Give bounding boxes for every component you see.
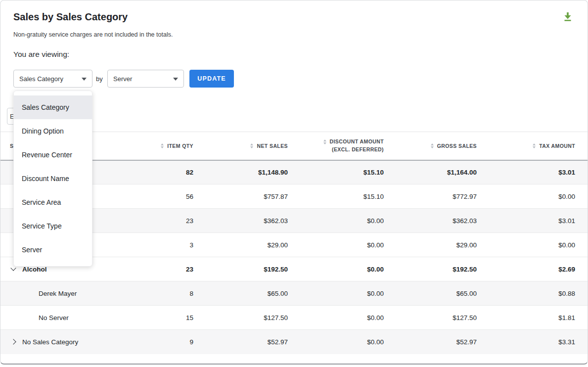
column-header-tax-amount[interactable]: TAX AMOUNT bbox=[477, 132, 588, 160]
cell-gross-sales: $772.97 bbox=[384, 184, 477, 209]
cell-gross-sales: $362.03 bbox=[384, 209, 477, 233]
cell-discount: $0.00 bbox=[288, 281, 384, 306]
cell-tax: $3.01 bbox=[477, 209, 588, 233]
cell-tax: $0.00 bbox=[477, 184, 588, 209]
cell-discount: $0.00 bbox=[288, 209, 384, 233]
cell-net-sales: $29.00 bbox=[193, 233, 288, 257]
cell-tax: $3.01 bbox=[477, 160, 588, 184]
dropdown-option-revenue-center[interactable]: Revenue Center bbox=[14, 143, 92, 167]
primary-dimension-dropdown-menu: Sales Category Dining Option Revenue Cen… bbox=[13, 91, 92, 267]
cell-tax: $2.69 bbox=[477, 257, 588, 281]
sort-icon bbox=[161, 143, 164, 148]
cell-net-sales: $362.03 bbox=[193, 209, 288, 233]
column-header-item-qty[interactable]: ITEM QTY bbox=[109, 132, 193, 160]
chevron-down-icon bbox=[82, 78, 87, 81]
cell-item-qty: 9 bbox=[109, 330, 193, 354]
cell-tax: $3.31 bbox=[477, 330, 588, 354]
cell-discount: $15.10 bbox=[288, 160, 384, 184]
row-label: Derek Mayer bbox=[39, 290, 77, 297]
cell-item-qty: 15 bbox=[109, 306, 193, 330]
table-row: No Server 15 $127.50 $0.00 $127.50 $1.81 bbox=[0, 306, 588, 330]
cell-discount: $15.10 bbox=[288, 184, 384, 209]
cell-gross-sales: $65.00 bbox=[384, 281, 477, 306]
cell-net-sales: $1,148.90 bbox=[193, 160, 288, 184]
viewing-label: You are viewing: bbox=[13, 50, 69, 59]
column-header-net-sales[interactable]: NET SALES bbox=[193, 132, 288, 160]
cell-discount: $0.00 bbox=[288, 330, 384, 354]
sort-icon bbox=[533, 143, 536, 148]
sort-icon bbox=[431, 143, 434, 148]
secondary-dimension-select[interactable]: Server bbox=[107, 70, 184, 88]
sort-icon bbox=[323, 139, 326, 144]
cell-item-qty: 3 bbox=[109, 233, 193, 257]
cell-item-qty: 56 bbox=[109, 184, 193, 209]
dropdown-option-discount-name[interactable]: Discount Name bbox=[14, 167, 92, 190]
cell-gross-sales: $52.97 bbox=[384, 330, 477, 354]
by-label: by bbox=[96, 75, 103, 83]
cell-tax: $0.88 bbox=[477, 281, 588, 306]
primary-dimension-select[interactable]: Sales Category bbox=[13, 70, 92, 88]
sort-icon bbox=[250, 143, 253, 148]
dropdown-option-service-area[interactable]: Service Area bbox=[14, 190, 92, 214]
row-label: No Sales Category bbox=[22, 338, 78, 346]
dropdown-option-dining-option[interactable]: Dining Option bbox=[14, 119, 92, 143]
cell-net-sales: $52.97 bbox=[193, 330, 288, 354]
column-header-discount-amount[interactable]: DISCOUNT AMOUNT(EXCL. DEFERRED) bbox=[288, 132, 384, 160]
cell-gross-sales: $29.00 bbox=[384, 233, 477, 257]
column-header-gross-sales[interactable]: GROSS SALES bbox=[384, 132, 477, 160]
cell-tax: $0.00 bbox=[477, 233, 588, 257]
cell-discount: $0.00 bbox=[288, 233, 384, 257]
cell-gross-sales: $192.50 bbox=[384, 257, 477, 281]
sales-report-card: Sales by Sales Category Non-gratuity ser… bbox=[0, 0, 588, 365]
dropdown-option-service-type[interactable]: Service Type bbox=[14, 214, 92, 238]
dropdown-option-sales-category[interactable]: Sales Category bbox=[14, 95, 92, 119]
dropdown-option-server[interactable]: Server bbox=[14, 238, 92, 262]
download-icon bbox=[562, 11, 573, 22]
table-row-group-no-sales-category: No Sales Category 9 $52.97 $0.00 $52.97 … bbox=[0, 330, 588, 354]
chevron-right-icon[interactable] bbox=[10, 339, 16, 345]
download-button[interactable] bbox=[562, 11, 574, 23]
page-title: Sales by Sales Category bbox=[13, 11, 128, 23]
cell-item-qty: 23 bbox=[109, 257, 193, 281]
cell-net-sales: $127.50 bbox=[193, 306, 288, 330]
cell-item-qty: 82 bbox=[109, 160, 193, 184]
cell-item-qty: 8 bbox=[109, 281, 193, 306]
cell-gross-sales: $1,164.00 bbox=[384, 160, 477, 184]
cell-tax: $1.81 bbox=[477, 306, 588, 330]
cell-gross-sales: $127.50 bbox=[384, 306, 477, 330]
cell-discount: $0.00 bbox=[288, 306, 384, 330]
report-disclaimer: Non-gratuity service charges are not inc… bbox=[13, 31, 173, 38]
chevron-down-icon bbox=[173, 78, 178, 81]
cell-net-sales: $65.00 bbox=[193, 281, 288, 306]
table-row: Derek Mayer 8 $65.00 $0.00 $65.00 $0.88 bbox=[0, 281, 588, 306]
cell-net-sales: $192.50 bbox=[193, 257, 288, 281]
cell-net-sales: $757.87 bbox=[193, 184, 288, 209]
primary-select-value: Sales Category bbox=[19, 75, 63, 83]
secondary-select-value: Server bbox=[113, 75, 132, 83]
cell-item-qty: 23 bbox=[109, 209, 193, 233]
update-button[interactable]: UPDATE bbox=[189, 70, 234, 88]
row-label: No Server bbox=[39, 314, 69, 321]
cell-discount: $0.00 bbox=[288, 257, 384, 281]
